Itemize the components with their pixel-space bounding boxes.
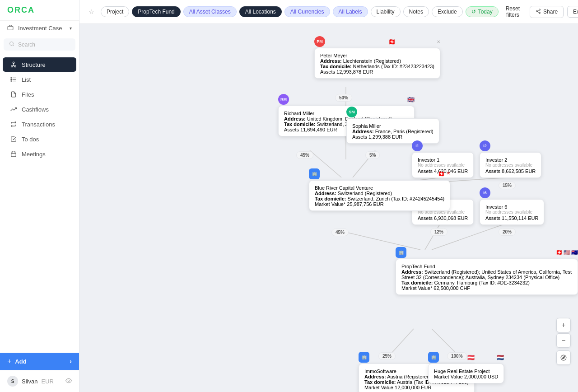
investor6-avatar: I6	[480, 187, 490, 198]
notes-button[interactable]: Notes	[403, 6, 429, 17]
svg-point-21	[536, 10, 538, 12]
svg-point-14	[11, 81, 12, 82]
search-box[interactable]: Search	[4, 38, 75, 51]
sidebar-item-meetings[interactable]: Meetings	[3, 147, 76, 161]
investor2-node[interactable]: I2 Investor 2 No addresses available Ass…	[480, 140, 541, 178]
huge-real-estate-avatar: 🏢	[428, 352, 439, 363]
sidebar-bottom: S Silvan EUR	[0, 370, 79, 392]
asset-classes-button[interactable]: All Asset Classes	[183, 6, 237, 17]
topbar: ☆ Project PropTech Fund All Asset Classe…	[79, 0, 578, 24]
investor2-avatar: I2	[480, 140, 490, 151]
compass-button[interactable]	[556, 350, 571, 365]
sidebar-item-list[interactable]: List	[3, 72, 76, 87]
blue-river-card: Blue River Capital Venture Address: Swit…	[309, 180, 450, 211]
sophia-miller-name: Sophia Miller	[352, 123, 434, 129]
sophia-miller-card: Sophia Miller Address: France, Paris (Re…	[346, 118, 439, 144]
sidebar-item-todos[interactable]: To dos	[3, 132, 76, 146]
locations-button[interactable]: All Locations	[239, 6, 282, 17]
currencies-button[interactable]: All Currencies	[284, 6, 330, 17]
export-button[interactable]: Export ▾	[567, 6, 578, 18]
logo-text: ORCA	[7, 5, 35, 14]
project-button[interactable]: Project	[101, 6, 129, 17]
immo-software-avatar: 🏢	[359, 352, 369, 363]
today-button[interactable]: ↺ Today	[466, 6, 499, 17]
share-label: Share	[543, 9, 558, 15]
svg-line-33	[391, 329, 414, 354]
cashflows-label: Cashflows	[22, 106, 49, 113]
sidebar-item-cashflows[interactable]: Cashflows	[3, 102, 76, 117]
peter-meyer-node[interactable]: PM 🇨🇭 ✕ Peter Meyer Address: Liechtenste…	[314, 36, 440, 79]
cashflows-icon	[10, 106, 17, 113]
reset-filters-button[interactable]: Reset filters	[501, 4, 524, 20]
chevron-down-icon: ▾	[70, 26, 72, 31]
richard-pct: 45%	[296, 151, 313, 159]
peter-meyer-avatar: PM	[314, 36, 325, 47]
investment-case-section[interactable]: Investment Case ▾	[0, 21, 79, 36]
zoom-in-button[interactable]: +	[556, 318, 571, 332]
search-icon	[9, 41, 14, 48]
share-icon	[536, 9, 541, 15]
zoom-controls: + −	[556, 318, 571, 365]
todos-label: To dos	[22, 136, 39, 143]
zoom-out-button[interactable]: −	[556, 333, 571, 348]
proptech-fund-node[interactable]: 🏢 🇨🇭🇺🇸🇦🇺 PropTech Fund Address: Switzerl…	[396, 247, 578, 295]
investor5-pct: 12%	[430, 228, 447, 236]
plus-icon: +	[7, 357, 11, 365]
labels-button[interactable]: All Labels	[333, 6, 368, 17]
eye-icon[interactable]	[65, 378, 72, 385]
exclude-button[interactable]: Exclude	[432, 6, 463, 17]
svg-line-34	[432, 329, 457, 354]
add-button[interactable]: + Add ›	[0, 353, 79, 370]
todos-icon	[10, 135, 17, 143]
transactions-label: Transactions	[22, 121, 55, 128]
tax-label: Tax domicile:	[320, 64, 351, 69]
investor6-node[interactable]: I6 Investor 6 No addresses available Ass…	[480, 187, 544, 225]
sidebar-nav: Structure List Files Cashflows Transacti…	[0, 53, 79, 353]
meetings-label: Meetings	[22, 151, 46, 158]
sidebar-item-files[interactable]: Files	[3, 87, 76, 102]
proptech-fund-avatar: 🏢	[396, 247, 406, 258]
svg-point-22	[539, 12, 541, 14]
proptech-button[interactable]: PropTech Fund	[132, 6, 180, 17]
tax-value: Netherlands (Tax ID: #23423223423)	[353, 64, 434, 69]
blue-river-avatar: 🏢	[309, 168, 320, 179]
app-logo: ORCA	[0, 0, 79, 21]
svg-point-12	[11, 78, 12, 79]
svg-point-13	[11, 79, 12, 80]
files-icon	[10, 91, 17, 98]
transactions-icon	[10, 121, 17, 128]
richard-miller-flag: 🇬🇧	[407, 96, 415, 103]
proptech-flags: 🇨🇭🇺🇸🇦🇺	[556, 249, 578, 256]
sophia-miller-avatar: SM	[346, 107, 357, 117]
peter-meyer-name: Peter Meyer	[320, 53, 434, 58]
blue-river-node[interactable]: 🏢 🇨🇭✕ Blue River Capital Venture Address…	[309, 168, 450, 211]
sidebar-item-transactions[interactable]: Transactions	[3, 117, 76, 131]
huge-real-estate-card: Huge Real Estate Project Market Value 2,…	[428, 364, 504, 383]
user-currency: EUR	[41, 378, 53, 385]
search-label: Search	[18, 42, 35, 48]
assets-label: Assets	[320, 69, 335, 75]
sophia-miller-node[interactable]: SM Sophia Miller Address: France, Paris …	[346, 107, 439, 144]
svg-line-24	[537, 10, 539, 11]
main-content: ☆ Project PropTech Fund All Asset Classe…	[79, 0, 578, 392]
peter-meyer-assets: Assets 12,993,878 EUR	[320, 69, 434, 75]
peter-meyer-close[interactable]: ✕	[437, 39, 440, 44]
refresh-icon: ↺	[471, 9, 476, 15]
sidebar: ORCA Investment Case ▾ Search Structure …	[0, 0, 79, 392]
assets-value: 12,993,878 EUR	[336, 69, 373, 75]
user-name: Silvan	[22, 378, 37, 385]
investor1-avatar: I1	[412, 140, 423, 151]
liability-button[interactable]: Liability	[371, 6, 401, 17]
star-button[interactable]: ☆	[85, 6, 98, 17]
files-label: Files	[22, 91, 34, 98]
canvas[interactable]: 50% PM 🇨🇭 ✕ Peter Meyer Address: Liechte…	[79, 24, 578, 392]
user-avatar: S	[7, 376, 18, 387]
huge-real-estate-node[interactable]: 🏢 🇳🇱 Huge Real Estate Project Market Val…	[428, 352, 504, 383]
peter-meyer-card: Peter Meyer Address: Liechtenstein (Regi…	[314, 48, 440, 79]
peter-meyer-flag: 🇨🇭	[388, 38, 396, 45]
huge-flag: 🇳🇱	[497, 354, 504, 361]
svg-line-2	[13, 45, 14, 46]
share-button[interactable]: Share	[530, 6, 564, 18]
svg-line-23	[537, 11, 539, 12]
sidebar-item-structure[interactable]: Structure	[3, 57, 76, 72]
